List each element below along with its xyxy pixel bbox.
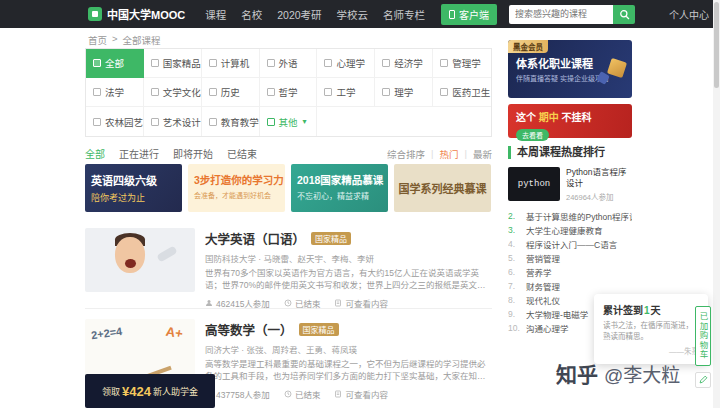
breadcrumb-home[interactable]: 首页 (88, 33, 107, 47)
doc-icon (334, 299, 342, 307)
medal-icon (151, 59, 159, 67)
ranking-item[interactable]: 7. 财务管理 (508, 279, 632, 293)
category-history[interactable]: 历史 (202, 78, 260, 107)
personal-center-link[interactable]: 个人中心 (669, 7, 709, 22)
course-card[interactable]: 大学英语（口语） 国家精品 国防科技大学 · 马晓雷、赵天宇、李梅、李妍 世界有… (85, 218, 492, 308)
ranking-title: 本周课程热度排行 (508, 146, 632, 159)
promo-guoxue-banner[interactable]: 国学系列经典慕课 (394, 164, 491, 212)
nav-item-courses[interactable]: 课程 (205, 7, 226, 22)
category-agriculture[interactable]: 农林园艺 (86, 107, 144, 136)
zhihu-logo-text: 知乎 (556, 358, 598, 388)
category-art-design[interactable]: 艺术设计 (144, 107, 202, 136)
briefcase-icon (440, 59, 448, 67)
mooc-logo[interactable]: 中国大学MOOC (88, 6, 185, 22)
client-download-button[interactable]: 客户端 (441, 4, 497, 25)
nav-item-schoolcloud[interactable]: 学校云 (337, 7, 369, 22)
category-education[interactable]: 教育教学 (202, 107, 260, 136)
category-management[interactable]: 管理学 (433, 49, 491, 78)
category-engineering[interactable]: 工学 (317, 78, 375, 107)
mooc-logo-icon (88, 7, 102, 21)
promo-boutique-banner[interactable]: 2018国家精品慕课 不忘初心，精益求精 (291, 164, 388, 212)
filter-bar: 全部 正在进行 即将开始 已结束 综合排序 | 热门 | 最新 (85, 146, 492, 161)
black-gold-member-badge: 黑金会员 (508, 40, 548, 53)
filter-upcoming[interactable]: 即将开始 (173, 146, 213, 161)
category-medicine[interactable]: 医药卫生 (433, 78, 491, 107)
search-input[interactable] (509, 5, 613, 24)
computer-icon (209, 59, 217, 67)
ranking-item[interactable]: 4. 程序设计入门——C语言 (508, 237, 632, 251)
sort-newest[interactable]: 最新 (473, 147, 492, 161)
nav-item-kaoyan[interactable]: 2020考研 (277, 7, 321, 22)
course-title[interactable]: 大学英语（口语） (205, 229, 305, 248)
promo-cet-banner[interactable]: 英语四级六级 陪你考过为止 (85, 164, 182, 212)
cross-icon (440, 88, 448, 96)
course-list: 大学英语（口语） 国家精品 国防科技大学 · 马晓雷、赵天宇、李梅、李妍 世界有… (85, 218, 492, 398)
nav-item-schools[interactable]: 名校 (241, 7, 262, 22)
signin-days: 累计签到1天 (603, 302, 699, 317)
filter-ongoing[interactable]: 正在进行 (119, 146, 159, 161)
nav-item-teachers[interactable]: 名师专栏 (383, 7, 425, 22)
category-all[interactable]: 全部 (86, 49, 144, 78)
new-user-coupon-banner[interactable]: 领取 ¥424 新人助学金 (85, 374, 215, 408)
signin-widget[interactable]: 累计签到1天 读书之法，在循序而渐进，熟读而精思。 ——朱熹 (594, 294, 708, 364)
scroll-icon (209, 88, 217, 96)
cart-tab[interactable]: 已加购物车 (695, 306, 711, 366)
midterm-exam-banner[interactable]: 这个 期中 不挂科 去看看 (508, 104, 632, 138)
category-economics[interactable]: 经济学 (375, 49, 433, 78)
category-psychology[interactable]: 心理学 (317, 49, 375, 78)
filter-all[interactable]: 全部 (85, 146, 105, 161)
python-course-thumbnail: python (508, 167, 560, 201)
clock-icon (284, 390, 292, 398)
go-look-button[interactable]: 去看看 (516, 129, 549, 141)
course-school-line: 国防科技大学 · 马晓雷、赵天宇、李梅、李妍 (205, 252, 488, 264)
category-law[interactable]: 法学 (86, 78, 144, 107)
scrollbar-track[interactable] (713, 0, 720, 408)
chevron-down-icon: ▾ (303, 117, 307, 126)
course-status: 已结束 (284, 297, 321, 309)
ranking-item[interactable]: 5. 营销管理 (508, 251, 632, 265)
search-icon (619, 9, 630, 20)
search-button[interactable] (613, 5, 635, 24)
logo-text: 中国大学MOOC (107, 6, 185, 22)
course-stats: 437758人参加 已结束 (205, 388, 488, 400)
course-description: 高等数学是理工科最重要的基础课程之一，它不但为后继课程的学习提供必备的工具和手段… (205, 359, 488, 383)
ranking-item[interactable]: 3. 大学生心理健康教育 (508, 223, 632, 237)
category-national-boutique[interactable]: 国家精品 (144, 49, 202, 78)
course-status: 已结束 (284, 388, 321, 400)
course-thumbnail[interactable] (85, 228, 195, 292)
signin-quote-author: ——朱熹 (603, 345, 699, 356)
thumbnail-art (125, 259, 136, 268)
signin-pencil-button[interactable] (695, 372, 711, 388)
category-other[interactable]: 其他 ▾ (260, 107, 318, 136)
dots-icon (267, 118, 275, 126)
filter-ended[interactable]: 已结束 (227, 146, 257, 161)
category-science[interactable]: 理学 (375, 78, 433, 107)
course-stats: 462415人参加 已结束 (205, 297, 488, 309)
category-literature[interactable]: 文学文化 (144, 78, 202, 107)
breadcrumb: 首页 > 全部课程 (88, 33, 161, 47)
mooc-course-page: 中国大学MOOC 课程 名校 2020考研 学校云 名师专栏 客户端 个人中心 (0, 0, 720, 408)
grid-icon (93, 59, 101, 67)
national-boutique-badge: 国家精品 (299, 323, 339, 336)
ranking-item[interactable]: 6. 营养学 (508, 265, 632, 279)
sort-hot[interactable]: 热门 (440, 147, 459, 161)
main-nav: 课程 名校 2020考研 学校云 名师专栏 (205, 7, 425, 22)
thumbnail-art: A+ (165, 324, 184, 342)
promo-learning-banner[interactable]: 3步打造你的学习力 会准备，才能遇到好机会 (188, 164, 285, 212)
course-title[interactable]: 高等数学（一） (205, 320, 293, 339)
scrollbar-thumb[interactable] (714, 2, 719, 88)
course-school-line: 同济大学 · 张弢、周羚君、王勇、蒋凤瑛 (205, 343, 488, 355)
sort-comprehensive[interactable]: 综合排序 (387, 147, 425, 161)
category-computer[interactable]: 计算机 (202, 49, 260, 78)
phone-icon (449, 10, 455, 19)
language-icon (267, 59, 275, 67)
category-panel: 全部 国家精品 计算机 外语 心理学 经济学 管理学 法学 (85, 48, 492, 137)
breadcrumb-current: 全部课程 (123, 33, 161, 47)
category-foreign-language[interactable]: 外语 (260, 49, 318, 78)
pencil-icon (699, 375, 708, 384)
ranking-item[interactable]: 2. 基于计算思维的Python程序设计 (508, 209, 632, 223)
category-philosophy[interactable]: 哲学 (260, 78, 318, 107)
signin-quote: 读书之法，在循序而渐进，熟读而精思。 (603, 321, 699, 343)
vip-career-banner[interactable]: 黑金会员 体系化职业课程 伴随直播答疑 实操企业级项目 (508, 40, 632, 98)
ranking-item-featured[interactable]: python Python语言程序设计 246964人参加 (508, 167, 632, 202)
